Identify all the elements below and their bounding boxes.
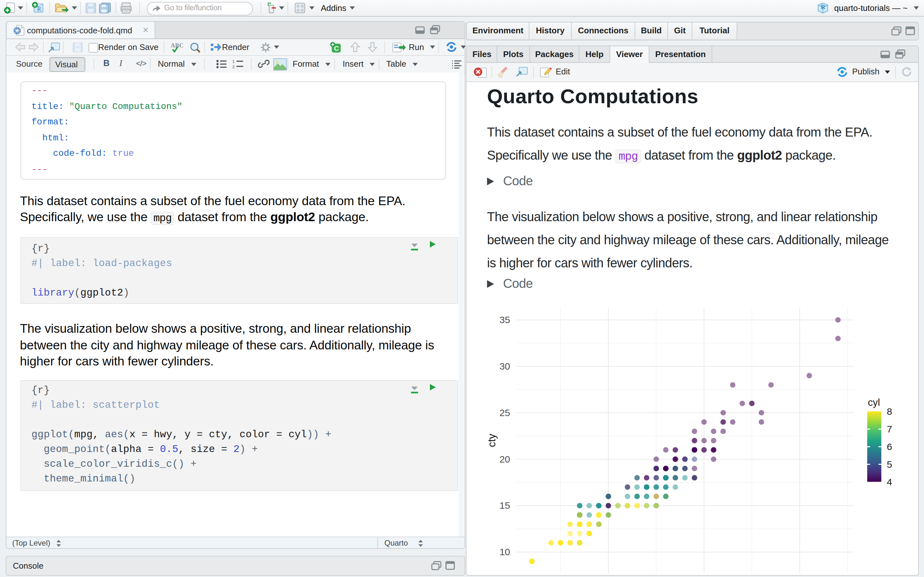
svg-text:5: 5 (887, 459, 892, 470)
svg-text:7: 7 (887, 424, 892, 434)
svg-text:30: 30 (499, 361, 510, 372)
svg-text:R: R (37, 6, 41, 12)
svg-text:6: 6 (887, 442, 892, 452)
svg-text:4: 4 (887, 477, 892, 487)
svg-text:cty: cty (486, 434, 498, 447)
svg-text:cyl: cyl (868, 397, 880, 408)
svg-text:20: 20 (499, 454, 510, 464)
svg-text:35: 35 (499, 314, 510, 325)
svg-text:15: 15 (499, 500, 510, 511)
svg-text:1: 1 (232, 59, 234, 64)
svg-text:10: 10 (499, 546, 510, 557)
svg-text:2: 2 (232, 64, 234, 69)
svg-text:8: 8 (887, 406, 892, 417)
svg-text:R: R (821, 3, 825, 10)
svg-text:25: 25 (499, 408, 510, 418)
